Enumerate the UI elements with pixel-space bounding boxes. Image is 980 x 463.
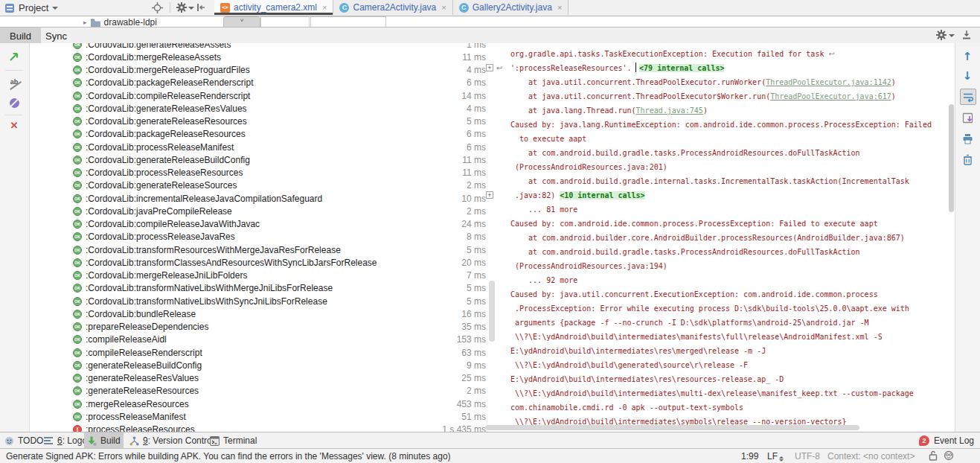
tab-activity-camera2-xml[interactable]: <> activity_camera2.xml × — [214, 0, 333, 15]
task-ok-icon: OK — [73, 271, 82, 280]
task-row[interactable]: OK:CordovaLib:generateReleaseAssets1 ms — [30, 43, 487, 51]
gear-icon[interactable] — [936, 30, 947, 42]
stack-trace-link[interactable]: ThreadPoolExecutor.java:1142 — [766, 78, 891, 86]
version-control-button[interactable]: 9: Version Control — [126, 432, 217, 449]
next-message-icon[interactable]: ↓ — [960, 68, 975, 83]
task-row[interactable]: OK:CordovaLib:transformClassesAndResourc… — [30, 256, 487, 269]
project-tool-window-header[interactable]: Project — [4, 1, 58, 14]
close-icon[interactable]: ✕ — [7, 118, 22, 132]
console-text: at com.android.build.gradle.tasks.Proces… — [510, 149, 860, 157]
task-ok-icon: OK — [73, 130, 82, 138]
task-name: :CordovaLib:processReleaseResources — [86, 167, 243, 178]
toggle-text-mode-icon[interactable]: ab — [7, 74, 22, 89]
task-row[interactable]: OK:CordovaLib:mergeReleaseProguardFiles4… — [30, 64, 487, 77]
tab-gallery2activity-java[interactable]: C Gallery2Activity.java × — [453, 0, 569, 15]
task-row[interactable]: OK:CordovaLib:transformNativeLibsWithSyn… — [30, 295, 487, 307]
console-line: arguments {package -f --no-crunch -I D:\… — [484, 316, 955, 330]
lock-icon[interactable] — [929, 450, 938, 463]
sync-tab[interactable]: Sync — [36, 28, 77, 44]
prev-message-icon[interactable]: ↑ — [960, 49, 975, 64]
restart-build-icon[interactable] — [7, 49, 22, 64]
designer-field[interactable] — [260, 16, 310, 27]
locate-file-icon[interactable] — [151, 1, 163, 13]
console-horizontal-scrollbar[interactable] — [485, 425, 859, 430]
task-row[interactable]: OK:CordovaLib:bundleRelease16 ms — [30, 307, 487, 320]
task-row[interactable]: OK:CordovaLib:packageReleaseResources6 m… — [30, 128, 487, 141]
tab-camera2activity-java[interactable]: C Camera2Activity.java × — [333, 0, 452, 15]
task-row[interactable]: OK:generateReleaseResources2 ms — [30, 385, 487, 397]
hide-panel-icon[interactable] — [195, 1, 207, 13]
inspections-profile-icon[interactable] — [944, 450, 954, 463]
task-row[interactable]: OK:processReleaseManifest51 ms — [30, 410, 487, 423]
task-row[interactable]: OK:CordovaLib:generateReleaseResources5 … — [30, 115, 487, 128]
close-icon[interactable]: × — [322, 4, 327, 12]
task-row[interactable]: OK:CordovaLib:mergeReleaseAssets11 ms — [30, 51, 487, 63]
stack-trace-link[interactable]: ThreadPoolExecutor.java:617 — [770, 92, 891, 100]
console-text: at java.util.concurrent.ThreadPoolExecut… — [510, 78, 766, 86]
tree-item-drawable-ldpi[interactable]: ▸ drawable-ldpi — [83, 16, 157, 27]
stack-trace-link[interactable]: Thread.java:745 — [636, 106, 703, 115]
console-text: \\?\E:\ydAndroid\build\generated\source\… — [510, 361, 748, 369]
event-log-button[interactable]: 2 Event Log — [919, 432, 974, 449]
task-row[interactable]: OK:CordovaLib:processReleaseJavaRes8 ms — [30, 231, 487, 243]
terminal-button[interactable]: Terminal — [207, 432, 260, 449]
gear-icon[interactable] — [176, 1, 188, 13]
event-log-badge: 2 — [919, 435, 929, 446]
task-row[interactable]: OK:CordovaLib:incrementalReleaseJavaComp… — [30, 192, 487, 205]
hide-tool-window-icon[interactable] — [961, 30, 972, 42]
tab-label: activity_camera2.xml — [234, 2, 317, 13]
task-row[interactable]: OK:CordovaLib:mergeReleaseJniLibFolders7… — [30, 269, 487, 282]
task-row[interactable]: !:processReleaseResources1 s 435 ms — [30, 424, 487, 432]
caret-position[interactable]: 1:99 — [741, 451, 758, 462]
todo-button[interactable]: TODO — [1, 432, 46, 449]
java-class-icon: C — [339, 3, 349, 13]
designer-field[interactable] — [310, 16, 386, 27]
task-name: :compileReleaseRenderscript — [86, 348, 202, 358]
task-row[interactable]: OK:CordovaLib:javaPreCompileRelease2 ms — [30, 205, 487, 217]
trash-icon[interactable] — [960, 152, 975, 167]
task-row[interactable]: OK:prepareReleaseDependencies35 ms — [30, 321, 487, 333]
task-row[interactable]: OK:CordovaLib:generateReleaseResValues4 … — [30, 102, 487, 115]
designer-combo[interactable]: ˅ — [223, 16, 260, 27]
line-ending-selector[interactable]: LF — [767, 451, 784, 462]
task-row[interactable]: OK:CordovaLib:processReleaseResources11 … — [30, 167, 487, 179]
soft-wrap-icon[interactable] — [960, 89, 976, 105]
console-vertical-scrollbar[interactable] — [949, 104, 954, 212]
terminal-icon — [210, 436, 220, 446]
build-tab[interactable]: Build — [0, 28, 41, 44]
task-row[interactable]: OK:compileReleaseRenderscript63 ms — [30, 346, 487, 359]
task-row[interactable]: OK:CordovaLib:transformNativeLibsWithMer… — [30, 282, 487, 295]
close-icon[interactable]: × — [557, 4, 562, 12]
task-row[interactable]: OK:generateReleaseBuildConfig9 ms — [30, 359, 487, 371]
task-row[interactable]: OK:mergeReleaseResources453 ms — [30, 397, 487, 410]
export-icon[interactable] — [960, 110, 975, 125]
task-row[interactable]: OK:CordovaLib:compileReleaseRenderscript… — [30, 89, 487, 102]
print-icon[interactable] — [960, 131, 975, 146]
task-name: :CordovaLib:processReleaseManifest — [86, 142, 234, 153]
console-line: at java.lang.Thread.run(Thread.java:745) — [484, 103, 955, 118]
tree-chevron-icon[interactable]: ▸ — [83, 19, 87, 26]
console-line: at com.android.builder.core.AndroidBuild… — [484, 231, 955, 245]
task-list-scrollbar[interactable] — [489, 281, 495, 342]
filter-warnings-icon[interactable] — [7, 95, 22, 110]
fold-marker-icon[interactable]: + — [486, 191, 493, 199]
task-name: :mergeReleaseResources — [86, 399, 189, 409]
task-row[interactable]: OK:CordovaLib:packageReleaseRenderscript… — [30, 77, 487, 89]
console-line: at java.util.concurrent.ThreadPoolExecut… — [484, 75, 955, 89]
task-row[interactable]: OK:CordovaLib:processReleaseManifest6 ms — [30, 141, 487, 153]
task-row[interactable]: OK:CordovaLib:generateReleaseSources2 ms — [30, 179, 487, 192]
task-row[interactable]: OK:compileReleaseAidl153 ms — [30, 333, 487, 346]
chevron-down-icon[interactable] — [188, 7, 194, 10]
context-selector[interactable]: Context: <no context> — [827, 451, 915, 462]
task-row[interactable]: OK:CordovaLib:transformResourcesWithMerg… — [30, 243, 487, 256]
encoding-selector[interactable]: UTF-8 — [795, 451, 820, 462]
task-row[interactable]: OK:CordovaLib:generateReleaseBuildConfig… — [30, 153, 487, 166]
status-message: Generate Signed APK: Errors while buildi… — [6, 451, 451, 462]
console-line: org.gradle.api.tasks.TaskExecutionExcept… — [484, 47, 955, 61]
fold-marker-icon[interactable]: + — [486, 64, 493, 71]
build-button[interactable]: Build — [84, 432, 124, 449]
close-icon[interactable]: × — [441, 4, 446, 12]
task-row[interactable]: OK:CordovaLib:compileReleaseJavaWithJava… — [30, 218, 487, 231]
chevron-down-icon[interactable] — [949, 34, 955, 37]
task-row[interactable]: OK:generateReleaseResValues25 ms — [30, 372, 487, 385]
